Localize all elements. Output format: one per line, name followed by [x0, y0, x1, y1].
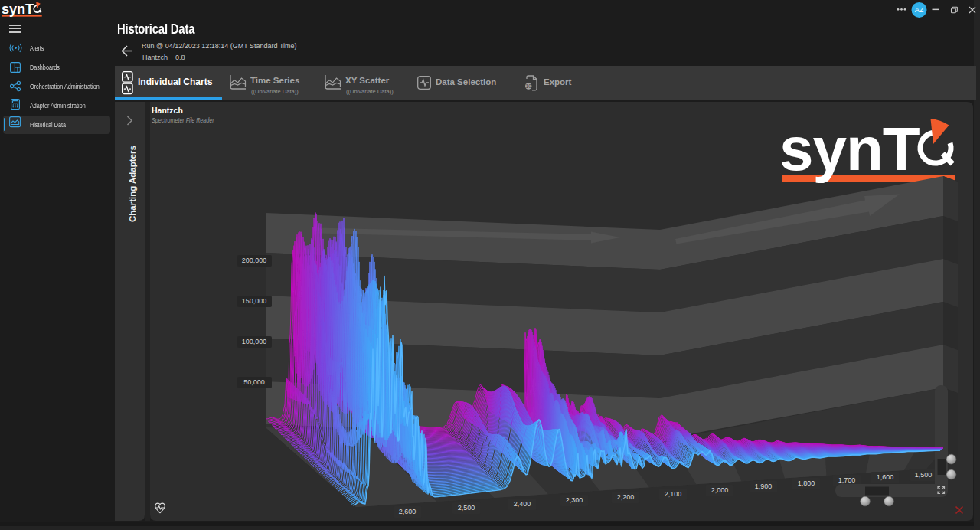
svg-text:2,000: 2,000 — [711, 486, 729, 494]
svg-text:Hantzch: Hantzch — [152, 106, 183, 115]
svg-text:AZ: AZ — [915, 6, 924, 14]
svg-text:1,600: 1,600 — [877, 473, 894, 481]
svg-text:1,500: 1,500 — [915, 471, 933, 479]
svg-text:150,000: 150,000 — [242, 297, 267, 305]
svg-text:2,100: 2,100 — [665, 490, 682, 498]
svg-text:synT: synT — [779, 115, 920, 183]
svg-text:Charting Adapters: Charting Adapters — [128, 146, 137, 222]
svg-text:200,000: 200,000 — [242, 257, 267, 264]
svg-text:2,200: 2,200 — [617, 493, 635, 501]
svg-text:2,400: 2,400 — [514, 500, 531, 508]
svg-text:1,900: 1,900 — [755, 483, 773, 490]
svg-text:2,500: 2,500 — [458, 504, 475, 512]
svg-text:Spectrometer File Reader: Spectrometer File Reader — [152, 116, 214, 124]
svg-text:10: 10 — [526, 83, 532, 89]
svg-text:50,000: 50,000 — [243, 378, 265, 386]
svg-text:2,300: 2,300 — [566, 496, 583, 504]
svg-text:1,800: 1,800 — [798, 479, 815, 487]
svg-text:100,000: 100,000 — [242, 338, 267, 345]
svg-text:1,700: 1,700 — [838, 476, 856, 484]
svg-text:2,600: 2,600 — [399, 508, 416, 515]
